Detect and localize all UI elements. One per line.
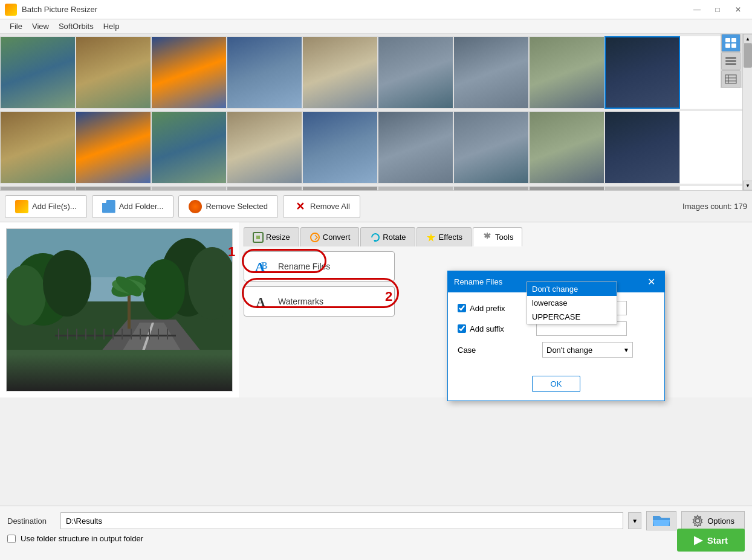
scroll-thumb[interactable] bbox=[744, 43, 752, 68]
close-button[interactable]: ✕ bbox=[729, 4, 747, 16]
thumbnail[interactable] bbox=[227, 36, 302, 109]
svg-rect-22 bbox=[58, 329, 59, 340]
thumbnail[interactable] bbox=[605, 36, 680, 109]
start-arrow-icon: ▶ bbox=[694, 533, 702, 547]
tab-resize[interactable]: Resize bbox=[244, 227, 299, 246]
rename-files-icon: AB bbox=[254, 258, 271, 275]
thumbnail-view-button[interactable] bbox=[721, 34, 741, 52]
use-folder-checkbox[interactable] bbox=[7, 535, 16, 543]
thumbnail[interactable] bbox=[529, 186, 605, 190]
thumbnail[interactable] bbox=[151, 111, 227, 184]
dropdown-option-dont-change[interactable]: Don't change bbox=[527, 282, 617, 296]
svg-rect-24 bbox=[76, 329, 77, 340]
scroll-up-arrow[interactable]: ▲ bbox=[743, 34, 752, 43]
effects-tab-icon bbox=[426, 232, 436, 243]
dropdown-option-lowercase[interactable]: lowercase bbox=[527, 296, 617, 310]
start-button[interactable]: ▶ Start bbox=[677, 529, 745, 552]
thumbnail[interactable] bbox=[151, 36, 227, 109]
menu-file[interactable]: File bbox=[5, 21, 27, 32]
tab-tools[interactable]: Tools bbox=[473, 227, 522, 246]
thumbnail[interactable] bbox=[76, 186, 151, 190]
menu-help[interactable]: Help bbox=[99, 21, 125, 32]
ok-button[interactable]: OK bbox=[532, 376, 581, 392]
tab-resize-label: Resize bbox=[266, 233, 290, 242]
add-prefix-checkbox[interactable] bbox=[458, 304, 466, 312]
options-label: Options bbox=[707, 517, 734, 526]
menu-softorbits[interactable]: SoftOrbits bbox=[54, 21, 99, 32]
case-row: Case Don't change lowercase UPPERCASE ▼ bbox=[458, 342, 655, 358]
thumbnail[interactable] bbox=[302, 186, 378, 190]
thumbnail[interactable] bbox=[529, 111, 605, 184]
titlebar-controls: — □ ✕ bbox=[688, 4, 747, 16]
watermarks-label: Watermarks bbox=[278, 297, 323, 306]
thumbnail[interactable] bbox=[76, 111, 151, 184]
rename-files-label: Rename Files bbox=[278, 262, 330, 271]
bottom-bar: Destination ▼ Options Use folder structu… bbox=[0, 506, 752, 560]
destination-dropdown-button[interactable]: ▼ bbox=[628, 512, 641, 529]
options-button[interactable]: Options bbox=[681, 511, 745, 530]
dialog-close-button[interactable]: ✕ bbox=[644, 274, 658, 289]
svg-text:A: A bbox=[256, 295, 265, 309]
thumbnail[interactable] bbox=[378, 36, 453, 109]
maximize-button[interactable]: □ bbox=[708, 4, 727, 16]
thumbnail[interactable] bbox=[378, 111, 453, 184]
preview-svg bbox=[7, 229, 233, 391]
destination-input[interactable] bbox=[60, 512, 623, 529]
remove-selected-label: Remove Selected bbox=[206, 202, 268, 211]
tab-effects[interactable]: Effects bbox=[417, 227, 472, 246]
thumbnail[interactable] bbox=[227, 111, 302, 184]
tab-convert-label: Convert bbox=[323, 233, 351, 242]
scrollbar-vertical[interactable]: ▲ ▼ bbox=[742, 34, 752, 190]
thumbnail[interactable] bbox=[76, 36, 151, 109]
case-dropdown[interactable]: Don't change lowercase UPPERCASE bbox=[527, 282, 617, 324]
dropdown-option-uppercase[interactable]: UPPERCASE bbox=[527, 310, 617, 324]
thumbnail[interactable] bbox=[605, 111, 680, 184]
tab-convert[interactable]: Convert bbox=[300, 227, 360, 246]
thumbnail[interactable] bbox=[378, 186, 453, 190]
thumbnail[interactable] bbox=[529, 36, 605, 109]
rotate-tab-icon bbox=[369, 232, 380, 243]
minimize-button[interactable]: — bbox=[688, 4, 706, 16]
thumbnail[interactable] bbox=[453, 111, 529, 184]
scroll-track[interactable] bbox=[743, 43, 752, 181]
titlebar: Batch Picture Resizer — □ ✕ bbox=[0, 0, 752, 19]
rename-files-dialog: Rename Files ✕ Add prefix Add suffix Cas… bbox=[447, 271, 665, 401]
list-view-button[interactable] bbox=[721, 52, 741, 70]
destination-label: Destination bbox=[7, 517, 56, 526]
thumbnail[interactable] bbox=[302, 111, 378, 184]
menu-view[interactable]: View bbox=[27, 21, 54, 32]
svg-rect-34 bbox=[167, 329, 168, 340]
tab-rotate[interactable]: Rotate bbox=[360, 227, 415, 246]
remove-all-button[interactable]: ✕ Remove All bbox=[283, 195, 360, 218]
thumbnail[interactable] bbox=[151, 186, 227, 190]
remove-selected-button[interactable]: Remove Selected bbox=[178, 195, 278, 218]
destination-folder-button[interactable] bbox=[646, 511, 676, 530]
svg-rect-4 bbox=[725, 57, 736, 59]
preview-panel bbox=[0, 222, 239, 397]
svg-rect-0 bbox=[725, 38, 730, 42]
add-suffix-checkbox[interactable] bbox=[458, 324, 466, 333]
thumbnail[interactable] bbox=[453, 186, 529, 190]
dialog-title: Rename Files bbox=[454, 277, 502, 286]
thumbnail[interactable] bbox=[605, 186, 680, 190]
svg-rect-23 bbox=[67, 329, 68, 340]
use-folder-label: Use folder structure in output folder bbox=[21, 534, 143, 543]
thumbnail[interactable] bbox=[0, 111, 76, 184]
scroll-down-arrow[interactable]: ▼ bbox=[743, 181, 752, 190]
watermarks-button[interactable]: A Watermarks bbox=[244, 286, 395, 317]
add-files-button[interactable]: Add File(s)... bbox=[5, 195, 87, 218]
start-label: Start bbox=[707, 535, 728, 546]
case-label: Case bbox=[458, 346, 536, 355]
svg-rect-20 bbox=[7, 350, 233, 391]
add-folder-button[interactable]: Add Folder... bbox=[92, 195, 174, 218]
detail-view-button[interactable] bbox=[721, 70, 741, 88]
thumbnail[interactable] bbox=[0, 36, 76, 109]
thumbnail[interactable] bbox=[227, 186, 302, 190]
case-select[interactable]: Don't change lowercase UPPERCASE bbox=[542, 342, 633, 358]
thumbnail[interactable] bbox=[302, 36, 378, 109]
folder-open-icon bbox=[652, 513, 671, 529]
content-area: Resize Convert Rotate Effects bbox=[0, 222, 752, 397]
thumbnail[interactable] bbox=[0, 186, 76, 190]
rename-files-button[interactable]: AB Rename Files bbox=[244, 251, 395, 282]
thumbnail[interactable] bbox=[453, 36, 529, 109]
